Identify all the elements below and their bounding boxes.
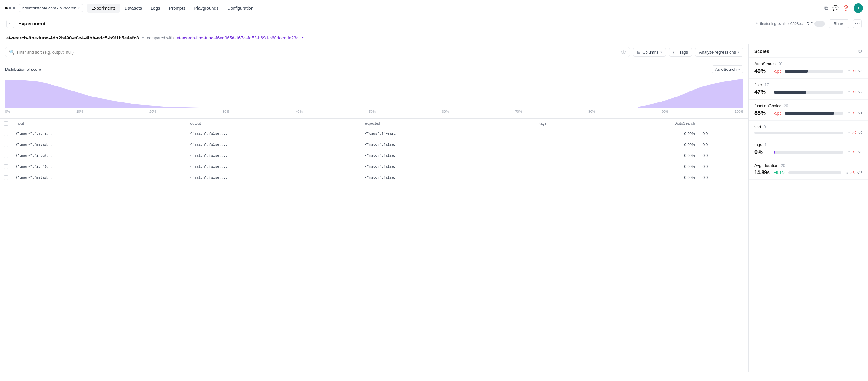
score-name-1: filter (754, 82, 762, 87)
experiment-chevron-icon[interactable]: ▾ (142, 36, 144, 40)
diff-toggle[interactable]: Diff (806, 21, 825, 27)
nav-item-logs[interactable]: Logs (146, 4, 164, 12)
help-icon[interactable]: ❓ (843, 5, 849, 11)
avatar[interactable]: T (854, 3, 863, 13)
row-checkbox-4[interactable] (4, 175, 8, 180)
cell-autosearch-4: 0.00% (593, 172, 699, 183)
header-f: f (699, 119, 748, 129)
book-icon[interactable]: ⧉ (825, 5, 828, 11)
cell-input-1: {"query":"metad... (12, 139, 186, 150)
table-row[interactable]: {"query":"input... {"match":false,... {"… (0, 150, 748, 161)
analyze-regressions-button[interactable]: Analyze regressions ▾ (695, 48, 743, 57)
score-item-functionchoice: functionChoice 20 85% -5pp ≡ ↗0 ↘1 (749, 100, 868, 120)
table-row[interactable]: {"query":"id="5... {"match":false,... {"… (0, 161, 748, 172)
table-row[interactable]: {"query":"metad... {"match":false,... {"… (0, 139, 748, 150)
page-title: Experiment (18, 21, 45, 27)
header-checkbox-cell (0, 119, 12, 129)
workspace-selector[interactable]: braintrustdata.com / ai-search ▾ (19, 4, 83, 12)
filter-icon-2[interactable]: ≡ (848, 111, 850, 115)
more-options-button[interactable]: ⋯ (853, 20, 862, 28)
select-all-checkbox[interactable] (4, 121, 8, 126)
header-output: output (186, 119, 361, 129)
down-icon-2: ↘1 (858, 111, 862, 115)
score-row-5: 14.89s +9.44s ≡ ↗5 ↘15 (754, 170, 862, 175)
nav-dot-2 (9, 7, 11, 9)
columns-button[interactable]: ⊞ Columns ▾ (633, 48, 666, 57)
filter-help-icon[interactable]: ⓘ (621, 49, 626, 55)
experiment-name: ai-search-fine-tune-4db2b490-e0e4-4fbb-a… (6, 35, 139, 40)
nav-dot-3 (12, 7, 15, 9)
row-checkbox-2[interactable] (4, 153, 8, 158)
search-icon: 🔍 (9, 49, 14, 55)
row-checkbox-cell (0, 172, 12, 183)
chart-score-select[interactable]: AutoSearch ▾ (712, 66, 743, 73)
score-actions-3: ≡ ↗0 ↘0 (848, 131, 862, 134)
filter-icon-4[interactable]: ≡ (848, 150, 850, 154)
message-icon[interactable]: 💬 (832, 5, 838, 11)
table-row[interactable]: {"query":"tag=B... {"match":false,... {"… (0, 129, 748, 139)
up-icon-2: ↗0 (852, 111, 857, 115)
left-panel: 🔍 ⓘ ⊞ Columns ▾ 🏷 Tags Analyze regressio… (0, 44, 749, 372)
score-bar-2 (784, 112, 834, 115)
header-input: input (12, 119, 186, 129)
cell-f-1: 0.0 (699, 139, 748, 150)
columns-icon: ⊞ (637, 50, 641, 55)
filter-icon-1[interactable]: ≡ (848, 91, 850, 94)
score-actions-0: ≡ ↗2 ↘3 (848, 70, 862, 73)
compare-experiment-name[interactable]: ai-search-fine-tune-46ad965d-167c-4a53-b… (177, 35, 299, 40)
score-bar-0 (784, 70, 808, 73)
score-item-filter: filter 17 47% ≡ ↗2 ↘2 (749, 79, 868, 100)
row-checkbox-cell (0, 129, 12, 139)
up-icon-3: ↗0 (852, 131, 857, 134)
nav-item-configuration[interactable]: Configuration (223, 4, 258, 12)
nav-item-playgrounds[interactable]: Playgrounds (190, 4, 223, 12)
compare-chevron-icon[interactable]: ▾ (302, 36, 304, 40)
filter-icon-3[interactable]: ≡ (848, 131, 850, 134)
filter-input-container: 🔍 ⓘ (5, 47, 630, 57)
diff-label: Diff (806, 21, 812, 26)
nav-item-prompts[interactable]: Prompts (164, 4, 190, 12)
cell-expected-1: {"match":false,... (361, 139, 536, 150)
score-item-header-5: Avg. duration 20 (754, 163, 862, 168)
tags-button[interactable]: 🏷 Tags (669, 48, 692, 57)
cell-autosearch-3: 0.00% (593, 161, 699, 172)
nav-items: Experiments Datasets Logs Prompts Playgr… (87, 4, 258, 12)
data-table: input output expected tags AutoSearch f … (0, 119, 748, 183)
up-icon-1: ↗2 (852, 91, 857, 94)
back-button[interactable]: ← (6, 20, 14, 28)
score-delta: -5pp (774, 111, 781, 116)
data-table-container: input output expected tags AutoSearch f … (0, 119, 748, 372)
down-icon-5: ↘15 (857, 171, 862, 175)
compared-with-label: compared with (147, 35, 174, 40)
diff-toggle-switch[interactable] (814, 21, 825, 27)
filter-icon-5[interactable]: ≡ (846, 171, 848, 175)
share-button[interactable]: Share (829, 20, 849, 28)
row-checkbox-0[interactable] (4, 132, 8, 136)
scores-settings-icon[interactable]: ⚙ (858, 48, 862, 54)
score-count-0: 20 (778, 62, 782, 66)
cell-autosearch-1: 0.00% (593, 139, 699, 150)
sub-header: ← Experiment ⑂ finetuning-evals e6508ec … (0, 16, 868, 31)
filter-input[interactable] (17, 50, 619, 55)
nav-item-experiments[interactable]: Experiments (87, 4, 120, 12)
chart-area (5, 77, 743, 108)
nav-right: ⧉ 💬 ❓ T (825, 3, 863, 13)
sub-header-right: ⑂ finetuning-evals e6508ec Diff Share ⋯ (756, 20, 862, 28)
cell-f-4: 0.0 (699, 172, 748, 183)
finetuning-hash: e6508ec (788, 22, 803, 26)
filter-icon-0[interactable]: ≡ (848, 70, 850, 73)
row-checkbox-1[interactable] (4, 143, 8, 147)
cell-expected-4: {"match":false,... (361, 172, 536, 183)
row-checkbox-3[interactable] (4, 165, 8, 169)
cell-f-0: 0.0 (699, 129, 748, 139)
nav-item-datasets[interactable]: Datasets (120, 4, 146, 12)
score-pct-0: 40% (754, 68, 771, 75)
cell-output-3: {"match":false,... (186, 161, 361, 172)
workspace-label: braintrustdata.com / ai-search (22, 6, 76, 10)
score-row-3: ≡ ↗0 ↘0 (754, 131, 862, 134)
score-name-3: sort (754, 125, 761, 129)
score-item-header-0: AutoSearch 20 (754, 61, 862, 66)
score-item-header-4: tags 1 (754, 142, 862, 147)
table-row[interactable]: {"query":"metad... {"match":false,... {"… (0, 172, 748, 183)
score-name-5: Avg. duration (754, 163, 778, 168)
